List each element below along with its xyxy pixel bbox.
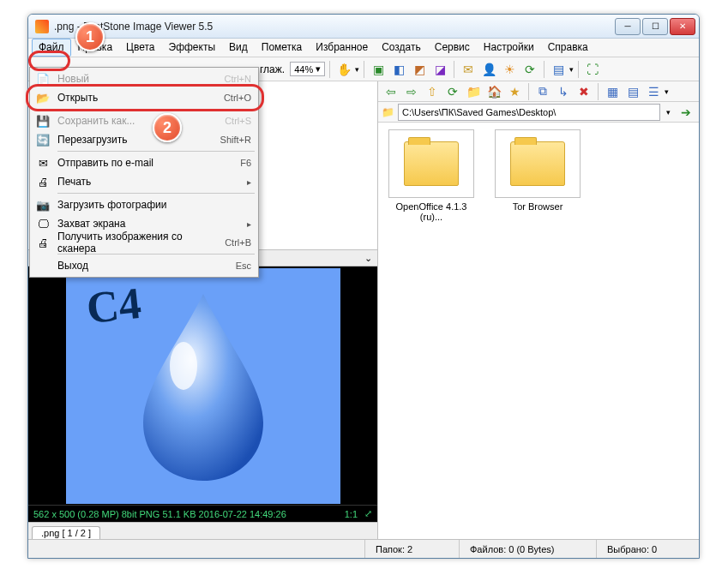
crop-icon[interactable]: ◩ (410, 60, 429, 79)
thumbnails-icon[interactable]: ▤ (549, 60, 568, 79)
menu-separator (57, 151, 255, 152)
window-controls: ─ ☐ ✕ (615, 18, 695, 35)
menu-tag[interactable]: Пометка (255, 39, 310, 57)
menu-item-label: Захват экрана (57, 218, 240, 230)
menu-item-label: Отправить по e-mail (57, 157, 233, 169)
menu-item-печать[interactable]: 🖨Печать▸ (32, 172, 256, 191)
capture-icon: 🖵 (35, 217, 51, 231)
svg-point-0 (170, 342, 197, 390)
menu-item-label: Сохранить как... (57, 115, 218, 127)
folder-icon (404, 141, 459, 186)
status-selected: Выбрано: 0 (596, 540, 699, 558)
menu-view[interactable]: Вид (222, 39, 255, 57)
browser-pane: ⇦ ⇨ ⇧ ⟳ 📁 🏠 ★ ⧉ ↳ ✖ ▦ ▤ ☰ ▾ 📁 C:\ (378, 81, 699, 539)
folder-list[interactable]: OpenOffice 4.1.3 (ru)... Tor Browser (378, 123, 699, 539)
refresh-icon[interactable]: ⟳ (520, 60, 539, 79)
slideshow-icon[interactable]: ▣ (369, 60, 388, 79)
minimize-button[interactable]: ─ (615, 18, 641, 35)
collapse-icon[interactable]: ⌄ (364, 253, 372, 264)
folder-label: OpenOffice 4.1.3 (ru)... (385, 201, 478, 222)
view-thumbs-icon[interactable]: ▦ (603, 82, 622, 101)
menu-item-shortcut: Ctrl+N (225, 74, 251, 84)
sun-icon[interactable]: ☀ (500, 60, 519, 79)
menu-item-label: Перезагрузить (57, 134, 214, 146)
callout-badge: 1 (75, 22, 105, 51)
callout-badge: 2 (153, 113, 182, 142)
nav-up-icon[interactable]: ⇧ (423, 82, 442, 101)
browser-toolbar: ⇦ ⇨ ⇧ ⟳ 📁 🏠 ★ ⧉ ↳ ✖ ▦ ▤ ☰ ▾ (378, 81, 699, 102)
menu-colors[interactable]: Цвета (119, 39, 161, 57)
water-drop-icon (139, 287, 268, 484)
menu-effects[interactable]: Эффекты (162, 39, 223, 57)
compare-icon[interactable]: ◧ (389, 60, 408, 79)
person-icon[interactable]: 👤 (479, 60, 498, 79)
email-icon[interactable]: ✉ (459, 60, 478, 79)
folder-thumb (495, 129, 581, 198)
menu-item-shortcut: Ctrl+O (224, 93, 251, 103)
menu-item-shortcut: Ctrl+S (225, 116, 251, 126)
pan-tool-icon[interactable]: ✋ (334, 60, 353, 79)
menu-help[interactable]: Справка (541, 39, 595, 57)
chevron-down-icon: ▾ (665, 87, 669, 96)
blank-icon (35, 259, 51, 273)
app-icon (35, 20, 49, 33)
status-files: Файлов: 0 (0 Bytes) (459, 540, 596, 558)
folder-thumb (388, 129, 474, 198)
nav-back-icon[interactable]: ⇦ (382, 82, 400, 101)
folder-icon (510, 141, 565, 186)
scribble-overlay: C4 (84, 277, 143, 332)
folder-icon: 📁 (382, 106, 394, 118)
window-title: .png - FastStone Image Viewer 5.5 (54, 21, 615, 33)
menu-item-перезагрузить[interactable]: 🔄ПерезагрузитьShift+R (32, 130, 256, 149)
menu-item-открыть[interactable]: 📂ОткрытьCtrl+O (32, 88, 256, 107)
image-tab[interactable]: .png [ 1 / 2 ] (32, 526, 100, 539)
menu-item-отправить-по-e-mail[interactable]: ✉Отправить по e-mailF6 (32, 153, 256, 172)
go-icon[interactable]: ➔ (677, 103, 695, 122)
nav-forward-icon[interactable]: ⇨ (402, 82, 421, 101)
copy-icon[interactable]: ⧉ (533, 82, 552, 101)
view-details-icon[interactable]: ☰ (644, 82, 663, 101)
move-icon[interactable]: ↳ (554, 82, 573, 101)
path-row: 📁 C:\Users\ПК\Saved Games\Desktop\ ▾ ➔ (378, 102, 699, 123)
menu-item-новый: 📄НовыйCtrl+N (32, 69, 256, 88)
home-icon[interactable]: 🏠 (484, 82, 503, 101)
menu-item-label: Печать (57, 176, 240, 188)
menu-file[interactable]: Файл (32, 39, 71, 57)
maximize-button[interactable]: ☐ (642, 18, 668, 35)
chevron-down-icon[interactable]: ▾ (664, 108, 673, 117)
image-info-text: 562 x 500 (0.28 MP) 8bit PNG 51.1 KB 201… (33, 509, 286, 519)
reload-icon: 🔄 (35, 133, 51, 147)
menu-item-label: Загрузить фотографии (57, 199, 251, 211)
view-list-icon[interactable]: ▤ (623, 82, 642, 101)
menu-item-label: Открыть (57, 92, 217, 104)
zoom-ratio: 1:1 (345, 509, 358, 519)
fullscreen-icon[interactable]: ⛶ (583, 60, 602, 79)
menu-separator (57, 193, 255, 194)
chevron-down-icon: ▾ (569, 65, 574, 74)
favorite-icon[interactable]: ★ (505, 82, 524, 101)
fit-icon[interactable]: ⤢ (364, 508, 372, 519)
zoom-combo[interactable]: 44% ▾ (290, 62, 325, 76)
delete-icon[interactable]: ✖ (575, 82, 593, 101)
folder-icon[interactable]: 📁 (464, 82, 483, 101)
chevron-right-icon: ▸ (247, 219, 251, 229)
menu-item-выход[interactable]: ВыходEsc (32, 256, 256, 275)
menu-settings[interactable]: Настройки (477, 39, 541, 57)
menu-item-загрузить-фотографии[interactable]: 📷Загрузить фотографии (32, 195, 256, 214)
menu-favorites[interactable]: Избранное (309, 39, 375, 57)
folder-item[interactable]: Tor Browser (491, 129, 584, 212)
image-tabs: .png [ 1 / 2 ] (28, 522, 377, 539)
menu-service[interactable]: Сервис (428, 39, 477, 57)
menubar: Файл Правка Цвета Эффекты Вид Пометка Из… (28, 39, 699, 57)
menu-create[interactable]: Создать (375, 39, 428, 57)
path-input[interactable]: C:\Users\ПК\Saved Games\Desktop\ (398, 104, 660, 121)
menu-item-shortcut: Esc (236, 261, 251, 271)
menu-item-label: Новый (57, 73, 218, 85)
reload-icon[interactable]: ⟳ (443, 82, 462, 101)
menu-item-получить-изображения-со-сканера[interactable]: 🖨Получить изображения со сканераCtrl+B (32, 233, 256, 252)
save-icon: 💾 (35, 114, 51, 128)
close-button[interactable]: ✕ (670, 18, 695, 35)
preview-area[interactable]: C4 (28, 267, 377, 505)
batch-icon[interactable]: ◪ (430, 60, 449, 79)
folder-item[interactable]: OpenOffice 4.1.3 (ru)... (385, 129, 478, 222)
